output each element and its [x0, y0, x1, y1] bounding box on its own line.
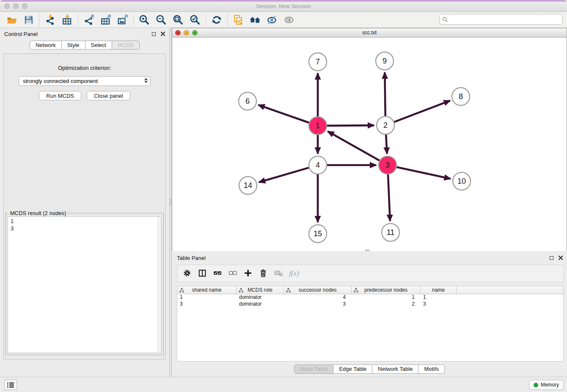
export-image-button[interactable]	[114, 13, 131, 27]
export-table-button[interactable]	[97, 13, 114, 27]
memory-label: Memory	[541, 382, 559, 388]
select-stepper-icon	[144, 78, 148, 83]
function-builder-icon: f(x)	[289, 269, 299, 278]
tab-edge-table[interactable]: Edge Table	[333, 364, 372, 374]
edge-2-9[interactable]	[385, 72, 385, 116]
function-builder-button[interactable]: f(x)	[288, 268, 300, 279]
zoom-out-button[interactable]	[153, 13, 170, 27]
node-15[interactable]: 15	[309, 225, 327, 243]
edge-3-1[interactable]	[328, 131, 380, 160]
search-box[interactable]	[439, 14, 563, 25]
node-6[interactable]: 6	[239, 92, 256, 110]
memory-button[interactable]: Memory	[529, 380, 564, 390]
list-icon	[7, 382, 14, 388]
run-mcds-button[interactable]: Run MCDS	[39, 91, 81, 100]
node-11[interactable]: 11	[382, 224, 399, 241]
table-close-panel-icon[interactable]	[559, 256, 563, 260]
node-4[interactable]: 4	[309, 156, 327, 174]
table-cell: 1	[177, 294, 237, 301]
control-panel-tabs: NetworkStyleSelectMCDS	[0, 41, 169, 50]
node-10[interactable]: 10	[453, 172, 471, 190]
zoom-fit-button[interactable]	[170, 13, 187, 27]
table-cell: 3	[284, 301, 352, 308]
mcds-result-textarea[interactable]: 13	[8, 216, 162, 353]
horizontal-splitter-grip[interactable]	[365, 249, 369, 251]
svg-text:6: 6	[245, 97, 250, 105]
table-cell: 3	[421, 301, 457, 308]
table-cell: dominator	[237, 301, 284, 308]
frame-minimize-button[interactable]: −	[184, 30, 189, 36]
tab-node-table[interactable]: Node Table	[294, 364, 334, 374]
optimization-criterion-label: Optimization criterion:	[4, 65, 165, 71]
task-history-button[interactable]	[4, 380, 17, 390]
edge-2-8[interactable]	[394, 101, 450, 122]
zoom-in-button[interactable]	[136, 13, 153, 27]
node-9[interactable]: 9	[376, 52, 394, 70]
duplicate-network-button[interactable]	[230, 13, 247, 27]
zoom-out-icon	[156, 14, 167, 25]
optimization-criterion-select[interactable]: strongly connected component	[19, 76, 151, 86]
edge-4-14[interactable]	[259, 168, 309, 182]
column-header-label: shared name	[192, 287, 221, 293]
settings-gear-button[interactable]	[182, 268, 193, 279]
frame-maximize-button[interactable]: +	[192, 30, 198, 36]
open-session-button[interactable]	[3, 13, 20, 27]
close-panel-button[interactable]: Close panel	[87, 91, 130, 100]
frame-close-button[interactable]: ✕	[175, 30, 181, 36]
hide-graphics-details-button[interactable]	[264, 13, 281, 27]
edge-3-11[interactable]	[388, 174, 390, 221]
deselect-all-button[interactable]	[227, 268, 239, 279]
column-header-label: successor nodes	[298, 287, 336, 293]
edge-2-3[interactable]	[386, 135, 387, 154]
node-7[interactable]: 7	[309, 53, 327, 71]
node-3[interactable]: 3	[379, 156, 396, 174]
table-float-panel-icon[interactable]	[550, 256, 553, 260]
column-header-MCDS-role[interactable]: MCDS role	[237, 286, 284, 294]
close-panel-icon[interactable]	[161, 32, 165, 36]
column-header-name[interactable]: name	[421, 286, 457, 294]
save-session-button[interactable]	[20, 13, 37, 27]
tab-style[interactable]: Style	[62, 41, 85, 50]
network-overview-button[interactable]	[247, 13, 264, 27]
table-row[interactable]: 1dominator411	[177, 294, 563, 301]
delete-column-button[interactable]	[258, 268, 270, 279]
select-all-button[interactable]	[212, 268, 224, 279]
edge-3-10[interactable]	[396, 167, 450, 179]
refresh-layout-button[interactable]	[208, 13, 225, 27]
column-header-successor-nodes[interactable]: successor nodes	[284, 286, 352, 294]
delete-table-button[interactable]	[273, 268, 285, 279]
tab-mcds[interactable]: MCDS	[112, 41, 140, 50]
network-frame-titlebar[interactable]: ✕ − + scc.txt	[172, 28, 567, 38]
tab-motifs[interactable]: Motifs	[418, 364, 445, 374]
column-header-shared-name[interactable]: shared name	[177, 286, 237, 294]
add-column-button[interactable]	[242, 268, 254, 279]
search-input[interactable]	[448, 15, 562, 24]
export-image-icon	[117, 14, 128, 25]
float-panel-icon[interactable]	[152, 32, 156, 36]
splitter-grip[interactable]	[170, 199, 171, 206]
column-header-predecessor-nodes[interactable]: predecessor nodes	[352, 286, 421, 294]
tab-select[interactable]: Select	[85, 41, 112, 50]
result-scrollbar[interactable]	[157, 217, 161, 353]
table-row[interactable]: 3dominator323	[177, 301, 563, 308]
node-1[interactable]: 1	[309, 117, 327, 135]
toggle-column-panel-button[interactable]	[197, 268, 209, 279]
import-table-button[interactable]	[59, 13, 76, 27]
tab-network[interactable]: Network	[30, 41, 62, 50]
table-cell: dominator	[237, 294, 284, 301]
edge-1-2[interactable]	[327, 125, 374, 126]
network-canvas[interactable]: 7968124314101511	[172, 38, 567, 251]
table-tabs: Node TableEdge TableNetwork TableMotifs	[172, 364, 567, 374]
show-graphics-details-button[interactable]	[281, 13, 297, 27]
node-8[interactable]: 8	[452, 88, 470, 105]
zoom-selected-button[interactable]	[187, 13, 204, 27]
export-network-button[interactable]	[80, 13, 97, 27]
node-14[interactable]: 14	[239, 177, 257, 194]
edge-1-6[interactable]	[258, 105, 309, 123]
import-network-button[interactable]	[42, 13, 59, 27]
mcds-result-title: MCDS result (2 nodes)	[9, 210, 67, 216]
tab-network-table[interactable]: Network Table	[372, 364, 418, 374]
table-cell: 2	[352, 301, 421, 308]
column-type-icon	[179, 288, 184, 293]
node-2[interactable]: 2	[377, 116, 394, 134]
